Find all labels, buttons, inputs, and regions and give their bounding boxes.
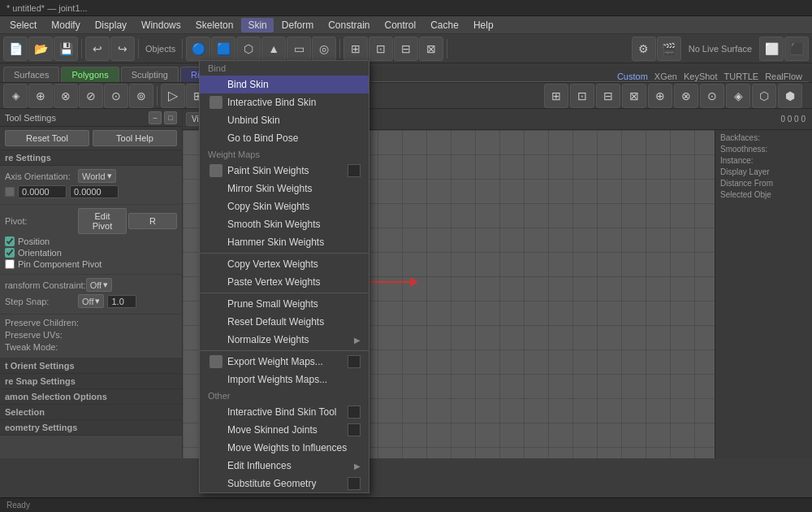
toolbar-render1[interactable]: ⚙	[632, 37, 656, 61]
menu-prune-small-weights[interactable]: Prune Small Weights	[200, 295, 369, 313]
menu-import-weights-maps[interactable]: Import Weights Maps...	[200, 371, 369, 388]
orient-x-input[interactable]	[18, 185, 67, 198]
sec-btn7[interactable]: ▷	[161, 84, 185, 108]
toolbar-snap2[interactable]: ⊡	[369, 37, 393, 61]
menu-paint-skin-weights[interactable]: Paint Skin Weights	[200, 162, 369, 180]
go-to-bind-pose-icon	[208, 132, 224, 145]
sec-right2[interactable]: ⊡	[570, 84, 594, 108]
menu-interactive-bind-skin[interactable]: Interactive Bind Skin	[200, 93, 369, 111]
menu-mirror-skin-weights[interactable]: Mirror Skin Weights	[200, 180, 369, 197]
tool-settings-maximize[interactable]: □	[164, 111, 177, 124]
orientation-checkbox[interactable]	[5, 248, 15, 258]
menu-unbind-skin[interactable]: Unbind Skin	[200, 111, 369, 129]
selection-section[interactable]: Selection	[0, 405, 182, 420]
menu-interactive-bind-skin-tool[interactable]: Interactive Bind Skin Tool	[200, 403, 369, 421]
selection-options[interactable]: amon Selection Options	[0, 389, 182, 405]
tab-polygons[interactable]: Polygons	[61, 67, 119, 82]
toolbar-undo[interactable]: ↩	[85, 37, 110, 61]
step-snap-dropdown[interactable]: Off ▾	[78, 294, 104, 308]
menu-normalize-weights[interactable]: Normalize Weights ▶	[200, 331, 369, 349]
menu-move-weights-to-influences[interactable]: Move Weights to Influences	[200, 439, 369, 457]
sec-btn6[interactable]: ⊚	[129, 84, 153, 108]
tool-help-btn[interactable]: Tool Help	[93, 130, 177, 146]
menu-help[interactable]: Help	[467, 18, 500, 33]
menu-bind-skin[interactable]: Bind Skin	[200, 76, 369, 93]
toolbar-layout2[interactable]: ⬛	[784, 37, 809, 61]
menu-move-skinned-joints[interactable]: Move Skinned Joints	[200, 421, 369, 439]
position-checkbox[interactable]	[5, 236, 15, 246]
menu-hammer-skin-weights[interactable]: Hammer Skin Weights	[200, 233, 369, 251]
sec-btn3[interactable]: ⊗	[54, 84, 78, 108]
menu-skin[interactable]: Skin	[241, 18, 273, 33]
tab-sculpting[interactable]: Sculpting	[121, 67, 179, 82]
menu-cache[interactable]: Cache	[424, 18, 465, 33]
joint-orient-settings[interactable]: t Orient Settings	[0, 358, 182, 374]
sec-right6[interactable]: ⊗	[674, 84, 698, 108]
pivot-r-btn[interactable]: R	[128, 213, 177, 229]
tab-keyshot[interactable]: KeyShot	[684, 72, 718, 81]
re-settings-label: re Settings	[5, 153, 51, 163]
menu-export-weight-maps[interactable]: Export Weight Maps...	[200, 353, 369, 371]
toolbar-render2[interactable]: 🎬	[657, 37, 681, 61]
tab-xgen[interactable]: XGen	[654, 72, 677, 81]
tool-settings-minimize[interactable]: –	[149, 111, 162, 124]
toolbar-plane[interactable]: ▭	[287, 37, 311, 61]
menu-modify[interactable]: Modify	[45, 18, 86, 33]
menu-skeleton[interactable]: Skeleton	[189, 18, 240, 33]
tab-custom[interactable]: Custom	[617, 72, 648, 81]
menu-go-to-bind-pose[interactable]: Go to Bind Pose	[200, 129, 369, 147]
sec-right7[interactable]: ⊙	[700, 84, 724, 108]
menu-smooth-skin-weights[interactable]: Smooth Skin Weights	[200, 215, 369, 233]
sec-right3[interactable]: ⊟	[596, 84, 620, 108]
snap-settings[interactable]: re Snap Settings	[0, 374, 182, 389]
menu-control[interactable]: Control	[378, 18, 423, 33]
re-settings-section[interactable]: re Settings	[0, 150, 182, 166]
menu-display[interactable]: Display	[89, 18, 133, 33]
sec-btn5[interactable]: ⊙	[104, 84, 128, 108]
reset-tool-btn[interactable]: Reset Tool	[5, 130, 89, 146]
sec-right4[interactable]: ⊠	[622, 84, 646, 108]
toolbar-open[interactable]: 📂	[28, 37, 53, 61]
orient-y-input[interactable]	[70, 185, 119, 198]
menu-paste-vertex-weights[interactable]: Paste Vertex Weights	[200, 273, 369, 291]
menu-copy-vertex-weights[interactable]: Copy Vertex Weights	[200, 255, 369, 273]
prune-small-weights-icon	[208, 297, 224, 310]
sec-right1[interactable]: ⊞	[544, 84, 568, 108]
toolbar-sphere[interactable]: 🔵	[186, 37, 210, 61]
toolbar-cone[interactable]: ▲	[261, 37, 286, 61]
sec-btn4[interactable]: ⊘	[79, 84, 103, 108]
pin-checkbox[interactable]	[5, 259, 15, 269]
menu-windows[interactable]: Windows	[135, 18, 188, 33]
toolbar-snap3[interactable]: ⊟	[394, 37, 418, 61]
edit-pivot-btn[interactable]: Edit Pivot	[78, 208, 127, 234]
menu-copy-skin-weights[interactable]: Copy Skin Weights	[200, 197, 369, 215]
toolbar-snap4[interactable]: ⊠	[419, 37, 443, 61]
transform-constraint-dropdown[interactable]: Off ▾	[86, 278, 112, 292]
toolbar-save[interactable]: 💾	[54, 37, 78, 61]
axis-orientation-dropdown[interactable]: World ▾	[78, 169, 116, 183]
menu-substitute-geometry[interactable]: Substitute Geometry	[200, 475, 369, 492]
sec-btn2[interactable]: ⊕	[28, 84, 53, 108]
toolbar-cube[interactable]: 🟦	[211, 37, 235, 61]
menu-constrain[interactable]: Constrain	[322, 18, 376, 33]
toolbar-new[interactable]: 📄	[3, 37, 28, 61]
menu-select[interactable]: Select	[3, 18, 43, 33]
menu-reset-default-weights[interactable]: Reset Default Weights	[200, 313, 369, 331]
sec-right9[interactable]: ⬡	[752, 84, 776, 108]
tab-surfaces[interactable]: Surfaces	[3, 67, 59, 82]
toolbar-layout1[interactable]: ⬜	[759, 37, 784, 61]
toolbar-snap1[interactable]: ⊞	[343, 37, 368, 61]
menu-edit-influences[interactable]: Edit Influences ▶	[200, 457, 369, 475]
toolbar-torus[interactable]: ◎	[312, 37, 336, 61]
sec-right5[interactable]: ⊕	[648, 84, 672, 108]
toolbar-redo[interactable]: ↪	[110, 37, 135, 61]
step-snap-value[interactable]	[107, 295, 136, 308]
sec-right10[interactable]: ⬢	[778, 84, 802, 108]
sec-btn1[interactable]: ◈	[3, 84, 28, 108]
geometry-settings[interactable]: eometry Settings	[0, 420, 182, 436]
sec-right8[interactable]: ◈	[726, 84, 750, 108]
tab-turtle[interactable]: TURTLE	[724, 72, 759, 81]
toolbar-cylinder[interactable]: ⬡	[236, 37, 261, 61]
tab-realflow[interactable]: RealFlow	[765, 72, 802, 81]
menu-deform[interactable]: Deform	[275, 18, 320, 33]
